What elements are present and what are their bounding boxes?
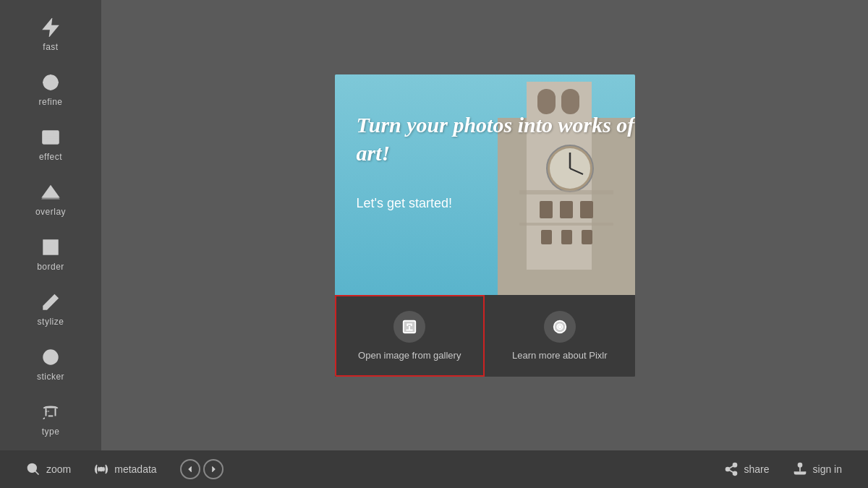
sidebar-label-overlay: overlay — [35, 207, 66, 217]
open-gallery-icon — [393, 311, 425, 343]
svg-point-17 — [52, 355, 54, 357]
svg-line-46 — [729, 466, 733, 468]
svg-rect-32 — [582, 230, 592, 244]
svg-point-16 — [47, 355, 49, 357]
sidebar: fast refine — [0, 0, 101, 450]
svg-rect-6 — [43, 131, 59, 143]
sidebar-item-type[interactable]: “” type — [0, 392, 101, 447]
learn-more-icon — [544, 311, 576, 343]
sidebar-item-sticker[interactable]: sticker — [0, 337, 101, 392]
sidebar-label-fast: fast — [43, 42, 58, 52]
svg-rect-30 — [541, 230, 552, 244]
svg-point-39 — [28, 464, 37, 473]
svg-point-47 — [798, 463, 801, 467]
sidebar-item-effect[interactable]: effect — [0, 117, 101, 172]
stylize-icon — [41, 292, 61, 312]
svg-rect-31 — [561, 230, 572, 244]
share-label: share — [744, 463, 770, 475]
sidebar-item-border[interactable]: border — [0, 227, 101, 282]
sidebar-label-stylize: stylize — [38, 317, 64, 327]
border-icon — [41, 237, 61, 257]
svg-rect-34 — [519, 223, 613, 226]
open-gallery-label: Open image from gallery — [358, 350, 461, 361]
bottom-bar: zoom metadata — [0, 450, 868, 488]
refine-icon — [41, 72, 61, 93]
promo-headline: Turn your photos into works of art! — [357, 111, 635, 167]
fast-icon — [41, 17, 61, 38]
forward-button[interactable] — [203, 459, 224, 479]
svg-line-40 — [35, 471, 39, 475]
signin-icon — [793, 462, 807, 476]
svg-point-43 — [726, 468, 729, 471]
sidebar-item-stylize[interactable]: stylize — [0, 282, 101, 337]
sticker-icon — [41, 347, 61, 367]
promo-text-area: Turn your photos into works of art! Let'… — [357, 111, 635, 211]
svg-point-15 — [43, 350, 58, 364]
signin-label: sign in — [813, 463, 842, 475]
welcome-card: Turn your photos into works of art! Let'… — [335, 74, 635, 377]
type-icon: “” — [41, 402, 61, 422]
zoom-label: zoom — [46, 463, 71, 475]
learn-more-button[interactable]: Learn more about Pixlr — [485, 295, 635, 377]
svg-point-41 — [100, 468, 103, 471]
zoom-button[interactable]: zoom — [14, 462, 82, 476]
sidebar-label-type: type — [42, 427, 60, 437]
content-area: Turn your photos into works of art! Let'… — [101, 0, 868, 450]
sidebar-label-border: border — [37, 262, 64, 272]
overlay-icon — [41, 182, 61, 202]
sidebar-label-sticker: sticker — [37, 372, 64, 382]
sidebar-item-fast[interactable]: fast — [0, 7, 101, 62]
sidebar-label-refine: refine — [38, 97, 62, 107]
nav-arrows — [169, 459, 235, 479]
svg-point-42 — [733, 463, 736, 467]
share-button[interactable]: share — [712, 462, 781, 476]
metadata-button[interactable]: metadata — [82, 462, 168, 476]
back-button[interactable] — [180, 459, 200, 479]
svg-text:“”: “” — [45, 409, 49, 416]
sidebar-item-overlay[interactable]: overlay — [0, 172, 101, 227]
promo-subtext: Let's get started! — [357, 196, 635, 211]
sidebar-label-effect: effect — [39, 152, 62, 162]
svg-point-38 — [558, 325, 561, 328]
learn-more-label: Learn more about Pixlr — [512, 350, 608, 361]
open-gallery-button[interactable]: Open image from gallery — [335, 295, 485, 377]
action-buttons-row: Open image from gallery Learn more about… — [335, 295, 635, 377]
svg-rect-14 — [47, 244, 55, 252]
effect-icon — [41, 127, 61, 147]
metadata-label: metadata — [114, 463, 156, 475]
sidebar-item-refine[interactable]: refine — [0, 62, 101, 117]
svg-point-44 — [733, 471, 736, 475]
zoom-icon — [26, 462, 41, 476]
promo-image: Turn your photos into works of art! Let'… — [335, 74, 635, 295]
share-icon — [724, 462, 739, 476]
metadata-icon — [94, 462, 109, 476]
signin-button[interactable]: sign in — [781, 462, 854, 476]
svg-point-1 — [48, 80, 54, 86]
svg-line-45 — [729, 470, 733, 472]
